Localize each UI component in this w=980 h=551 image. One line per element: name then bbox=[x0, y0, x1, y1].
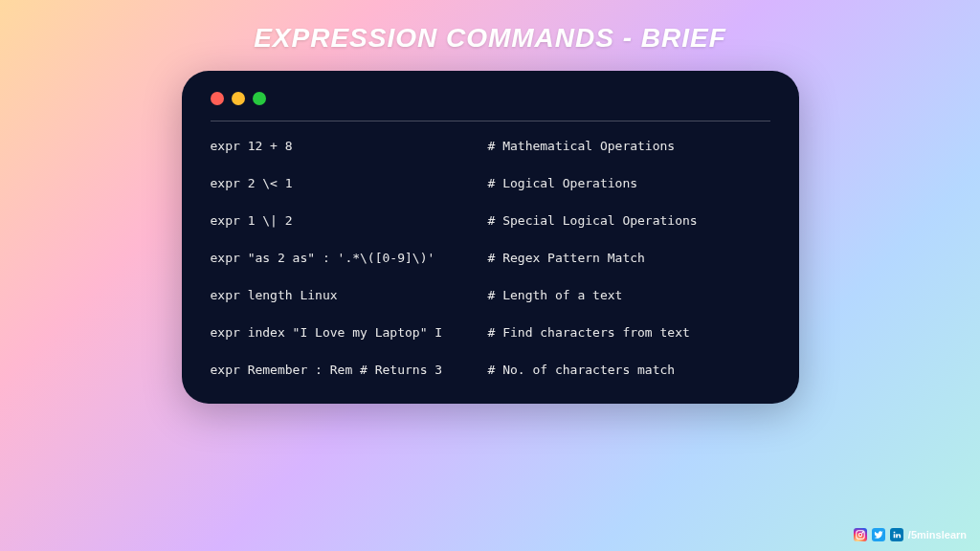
code-line: expr 2 \< 1 # Logical Operations bbox=[211, 176, 770, 190]
comment-text: # Length of a text bbox=[488, 288, 770, 302]
maximize-icon bbox=[253, 92, 266, 105]
command-text: expr "as 2 as" : '.*\([0-9]\)' bbox=[211, 251, 488, 265]
command-text: expr index "I Love my Laptop" I bbox=[211, 325, 488, 340]
comment-text: # Regex Pattern Match bbox=[488, 251, 770, 265]
command-text: expr length Linux bbox=[211, 288, 488, 302]
terminal-window: expr 12 + 8 # Mathematical Operations ex… bbox=[182, 71, 799, 404]
comment-text: # Find characters from text bbox=[488, 325, 770, 340]
twitter-icon bbox=[872, 528, 885, 541]
window-controls bbox=[211, 92, 770, 105]
code-line: expr Remember : Rem # Returns 3 # No. of… bbox=[211, 363, 770, 377]
comment-text: # No. of characters match bbox=[488, 363, 770, 377]
minimize-icon bbox=[232, 92, 245, 105]
svg-point-2 bbox=[862, 532, 863, 533]
divider bbox=[211, 121, 770, 121]
command-text: expr Remember : Rem # Returns 3 bbox=[211, 363, 488, 377]
code-block: expr 12 + 8 # Mathematical Operations ex… bbox=[211, 139, 770, 377]
social-handle: /5minslearn bbox=[908, 529, 967, 540]
footer-credits: /5minslearn bbox=[854, 528, 967, 541]
code-line: expr 12 + 8 # Mathematical Operations bbox=[211, 139, 770, 153]
comment-text: # Special Logical Operations bbox=[488, 213, 770, 228]
code-line: expr index "I Love my Laptop" I # Find c… bbox=[211, 325, 770, 340]
svg-point-1 bbox=[858, 533, 861, 536]
linkedin-icon bbox=[890, 528, 903, 541]
code-line: expr "as 2 as" : '.*\([0-9]\)' # Regex P… bbox=[211, 251, 770, 265]
comment-text: # Logical Operations bbox=[488, 176, 770, 190]
command-text: expr 2 \< 1 bbox=[211, 176, 488, 190]
comment-text: # Mathematical Operations bbox=[488, 139, 770, 153]
command-text: expr 12 + 8 bbox=[211, 139, 488, 153]
instagram-icon bbox=[854, 528, 867, 541]
page-title: EXPRESSION COMMANDS - BRIEF bbox=[254, 23, 726, 54]
code-line: expr 1 \| 2 # Special Logical Operations bbox=[211, 213, 770, 228]
close-icon bbox=[211, 92, 224, 105]
command-text: expr 1 \| 2 bbox=[211, 213, 488, 228]
code-line: expr length Linux # Length of a text bbox=[211, 288, 770, 302]
